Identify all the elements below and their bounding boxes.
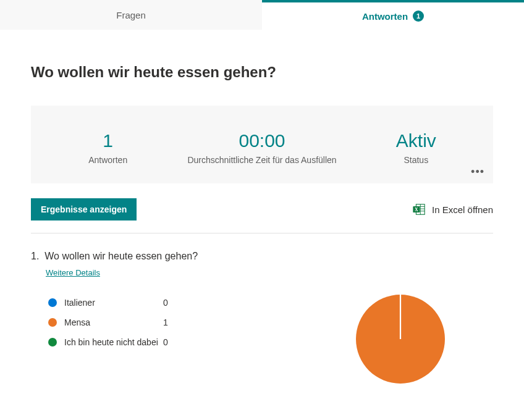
stat-status-value: Aktiv <box>339 130 493 151</box>
stat-avg-time-value: 00:00 <box>185 130 339 151</box>
stat-avg-time-label: Durchschnittliche Zeit für das Ausfüllen <box>185 155 339 165</box>
pie-chart <box>308 293 493 385</box>
more-details-link[interactable]: Weitere Details <box>46 268 100 277</box>
tab-responses[interactable]: Antworten 1 <box>262 0 524 30</box>
question-title: 1. Wo wollen wir heute essen gehen? <box>31 251 493 262</box>
legend-label: Ich bin heute nicht dabei <box>64 337 163 347</box>
legend: Italiener 0 Mensa 1 Ich bin heute nicht … <box>31 293 308 385</box>
legend-item: Ich bin heute nicht dabei 0 <box>48 332 308 352</box>
more-options-button[interactable]: ••• <box>471 166 484 178</box>
view-results-button[interactable]: Ergebnisse anzeigen <box>31 198 137 220</box>
stats-panel: 1 Antworten 00:00 Durchschnittliche Zeit… <box>31 106 493 183</box>
actions-row: Ergebnisse anzeigen X In Excel öffnen <box>31 198 493 233</box>
stat-status-label: Status <box>339 155 493 165</box>
legend-item: Mensa 1 <box>48 313 308 332</box>
question-text: Wo wollen wir heute essen gehen? <box>44 251 198 261</box>
legend-dot-icon <box>48 298 57 307</box>
stat-responses: 1 Antworten <box>31 130 185 165</box>
responses-badge: 1 <box>413 10 424 22</box>
legend-count: 0 <box>163 298 188 308</box>
legend-label: Italiener <box>64 298 163 308</box>
stat-status: Aktiv Status <box>339 130 493 165</box>
open-excel-button[interactable]: X In Excel öffnen <box>412 203 493 216</box>
svg-text:X: X <box>415 207 418 212</box>
excel-icon: X <box>412 203 426 216</box>
legend-item: Italiener 0 <box>48 293 308 313</box>
legend-label: Mensa <box>64 317 163 327</box>
question-number: 1. <box>31 251 39 261</box>
tab-responses-label: Antworten <box>362 11 408 22</box>
legend-count: 0 <box>163 337 188 347</box>
stat-responses-value: 1 <box>31 130 185 151</box>
legend-dot-icon <box>48 318 57 327</box>
legend-dot-icon <box>48 338 57 346</box>
form-title: Wo wollen wir heute essen gehen? <box>31 64 493 81</box>
tab-questions[interactable]: Fragen <box>0 0 262 30</box>
question-1: 1. Wo wollen wir heute essen gehen? Weit… <box>31 233 493 398</box>
tabs: Fragen Antworten 1 <box>0 0 524 30</box>
legend-count: 1 <box>163 317 188 327</box>
stat-responses-label: Antworten <box>31 155 185 165</box>
open-excel-label: In Excel öffnen <box>432 204 493 215</box>
stat-avg-time: 00:00 Durchschnittliche Zeit für das Aus… <box>185 130 339 165</box>
